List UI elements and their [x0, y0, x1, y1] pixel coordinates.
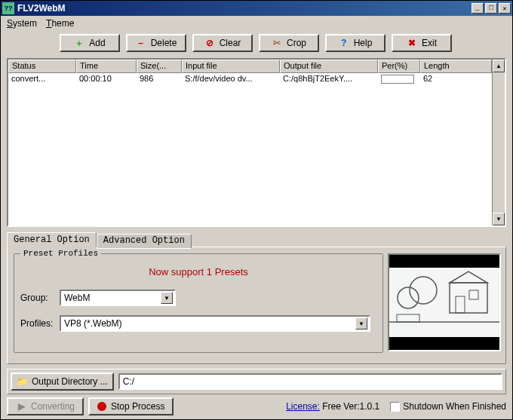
preset-profiles-group: Preset Profiles Now support 1 Presets Gr… [14, 253, 383, 353]
help-label: Help [354, 38, 373, 48]
folder-icon: 📁 [17, 376, 27, 387]
stop-label: Stop Process [111, 401, 164, 412]
delete-button[interactable]: – Delete [126, 34, 186, 52]
group-label: Group: [20, 293, 55, 303]
output-directory-row: 📁 Output Directory ... [7, 369, 506, 394]
preset-legend: Preset Profiles [20, 249, 101, 258]
license-value: Free Ver:1.0.1 [322, 401, 379, 412]
toolbar: ＋ Add – Delete ⊘ Clear ✂ Crop ? Help ✖ E… [1, 31, 512, 58]
cell-size: 986 [137, 73, 182, 85]
profiles-value: VP8 (*.WebM) [64, 318, 121, 329]
scroll-up-icon[interactable]: ▲ [493, 60, 505, 72]
stop-process-button[interactable]: Stop Process [88, 397, 174, 415]
col-time[interactable]: Time [76, 60, 137, 73]
col-output[interactable]: Output file [280, 60, 378, 73]
help-icon: ? [339, 38, 349, 48]
chevron-down-icon: ▼ [161, 292, 173, 304]
chevron-down-icon: ▼ [355, 317, 367, 330]
crop-label: Crop [287, 38, 306, 48]
tab-panel-general: Preset Profiles Now support 1 Presets Gr… [7, 247, 506, 364]
tab-general-option[interactable]: General Option [7, 232, 97, 247]
profiles-label: Profiles: [20, 318, 55, 329]
col-status[interactable]: Status [8, 60, 76, 73]
col-size[interactable]: Size(... [137, 60, 182, 73]
menu-system[interactable]: System [7, 18, 37, 29]
exit-label: Exit [422, 38, 437, 48]
cell-status: convert... [8, 73, 76, 85]
shutdown-checkbox[interactable]: Shutdown When Finished [390, 401, 506, 412]
menu-theme[interactable]: Theme [46, 18, 74, 29]
output-directory-button[interactable]: 📁 Output Directory ... [11, 372, 114, 391]
table-row[interactable]: convert... 00:00:10 986 S:/f/dev/video d… [8, 73, 492, 85]
checkbox-icon [390, 402, 400, 412]
maximize-button[interactable]: □ [485, 3, 497, 14]
clear-icon: ⊘ [204, 38, 215, 48]
group-value: WebM [64, 293, 90, 303]
help-button[interactable]: ? Help [325, 34, 386, 52]
svg-rect-0 [389, 268, 499, 337]
output-directory-label: Output Directory ... [32, 376, 108, 387]
titlebar: ?? FLV2WebM _ □ ✕ [1, 1, 512, 16]
license-link[interactable]: License: [286, 401, 320, 412]
exit-icon: ✖ [407, 38, 417, 48]
progress-bar [381, 75, 414, 84]
video-preview [388, 253, 501, 351]
col-per[interactable]: Per(%) [378, 60, 420, 73]
preview-frame-icon [389, 268, 499, 337]
crop-button[interactable]: ✂ Crop [259, 34, 319, 52]
menubar: System Theme [1, 16, 512, 31]
output-directory-input[interactable] [118, 373, 502, 390]
convert-icon: ▶ [16, 401, 26, 412]
file-list: Status Time Size(... Input file Output f… [7, 58, 506, 227]
clear-label: Clear [220, 38, 241, 48]
exit-button[interactable]: ✖ Exit [392, 34, 452, 52]
stop-icon [97, 402, 106, 411]
cell-time: 00:00:10 [76, 73, 137, 85]
col-input[interactable]: Input file [182, 60, 280, 73]
converting-button: ▶ Converting [7, 397, 84, 415]
minus-icon: – [136, 38, 146, 48]
cell-per [378, 73, 420, 85]
add-button[interactable]: ＋ Add [60, 34, 120, 52]
close-button[interactable]: ✕ [499, 3, 511, 14]
crop-icon: ✂ [272, 38, 282, 48]
minimize-button[interactable]: _ [472, 3, 484, 14]
scroll-down-icon[interactable]: ▼ [493, 213, 505, 225]
window-title: FLV2WebM [17, 3, 472, 14]
tab-advanced-option[interactable]: Advanced Option [97, 234, 192, 249]
vertical-scrollbar[interactable]: ▲ ▼ [492, 60, 505, 225]
cell-length: 62 [420, 73, 492, 85]
plus-icon: ＋ [74, 38, 84, 48]
group-combobox[interactable]: WebM ▼ [60, 290, 176, 306]
add-label: Add [89, 38, 105, 48]
license-text: License: Free Ver:1.0.1 [178, 401, 386, 412]
col-length[interactable]: Length [420, 60, 492, 73]
action-row: ▶ Converting Stop Process License: Free … [7, 397, 506, 415]
list-header: Status Time Size(... Input file Output f… [8, 60, 492, 73]
cell-input: S:/f/dev/video dv... [182, 73, 280, 85]
app-icon: ?? [2, 2, 14, 14]
shutdown-label: Shutdown When Finished [403, 401, 506, 412]
preset-message: Now support 1 Presets [20, 262, 376, 290]
delete-label: Delete [151, 38, 177, 48]
clear-button[interactable]: ⊘ Clear [192, 34, 253, 52]
converting-label: Converting [31, 401, 75, 412]
profiles-combobox[interactable]: VP8 (*.WebM) ▼ [60, 315, 370, 332]
cell-output: C:/q8hBjT2EekY.... [280, 73, 378, 85]
